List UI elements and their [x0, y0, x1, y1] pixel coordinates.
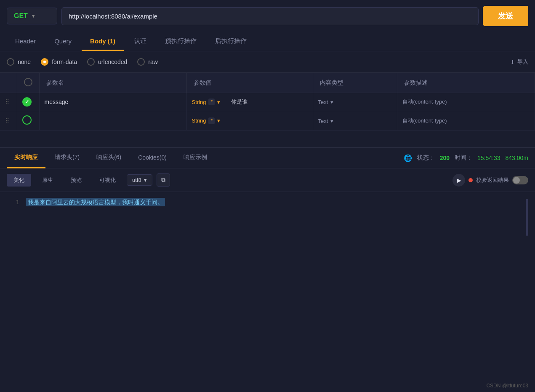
check-circle-2[interactable]	[22, 115, 32, 125]
radio-raw[interactable]: raw	[137, 58, 158, 66]
type-value-1: String	[192, 99, 206, 105]
encoding-chevron-icon: ▾	[144, 177, 147, 183]
response-highlighted: 我是来自阿里云的大规模语言模型，我叫通义千问。	[26, 198, 165, 206]
auto-content-1: 自动(content-type)	[402, 99, 447, 105]
table-row: ⠿ String * ▾ Text ▾	[0, 111, 535, 131]
tab-request-headers[interactable]: 请求头(7)	[47, 148, 87, 168]
download-icon: ⬇	[510, 59, 515, 65]
radio-raw-circle	[137, 58, 145, 66]
check-cell-2[interactable]	[17, 111, 39, 131]
response-section: 实时响应 请求头(7) 响应头(6) Cookies(0) 响应示例 🌐 状态：…	[0, 147, 535, 243]
drag-icon-2: ⠿	[5, 117, 9, 124]
th-check-circle[interactable]	[24, 78, 32, 86]
content-type-dropdown-1[interactable]: ▾	[330, 99, 333, 105]
check-circle-1[interactable]	[22, 97, 32, 107]
content-type-value-2: Text	[318, 118, 328, 124]
param-name-1: message	[45, 99, 69, 105]
body-options: none form-data urlencoded raw ⬇ 导入	[0, 51, 535, 72]
th-value: 参数值	[186, 73, 313, 93]
th-drag	[0, 73, 17, 93]
content-type-cell-2: Text ▾	[313, 111, 397, 131]
auto-content-2: 自动(content-type)	[402, 117, 447, 124]
param-value-cell-1: String * ▾ 你是谁	[186, 93, 313, 111]
radio-none[interactable]: none	[7, 58, 31, 66]
tab-example[interactable]: 响应示例	[176, 148, 215, 168]
time-value: 15:54:33	[477, 155, 500, 161]
radio-raw-label: raw	[148, 59, 158, 65]
radio-form-data-label: form-data	[52, 59, 77, 65]
type-dropdown-2[interactable]: ▾	[217, 117, 220, 124]
view-visualize-btn[interactable]: 可视化	[93, 174, 122, 187]
param-name-cell-2[interactable]	[39, 111, 186, 131]
th-name: 参数名	[39, 73, 186, 93]
status-value: 200	[440, 155, 450, 161]
send-button[interactable]: 发送	[483, 6, 528, 26]
radio-none-label: none	[18, 59, 31, 65]
verify-label: 校验返回结果	[476, 176, 509, 184]
encoding-select[interactable]: utf8 ▾	[127, 174, 152, 186]
drag-icon-1: ⠿	[5, 99, 9, 105]
response-text: 我是来自阿里云的大规模语言模型，我叫通义千问。	[26, 199, 519, 236]
red-dot-indicator	[468, 178, 473, 182]
request-tabs-row: Header Query Body (1) 认证 预执行操作 后执行操作	[0, 32, 535, 51]
tab-response-headers[interactable]: 响应头(6)	[89, 148, 129, 168]
type-badge-2: String * ▾	[192, 117, 221, 124]
drag-handle-1[interactable]: ⠿	[0, 93, 17, 111]
tab-cookies[interactable]: Cookies(0)	[130, 148, 174, 168]
tab-header[interactable]: Header	[7, 32, 44, 51]
type-badge-1: String * ▾ 你是谁	[192, 98, 248, 106]
tab-auth[interactable]: 认证	[125, 32, 155, 51]
th-desc: 参数描述	[397, 73, 535, 93]
type-dropdown-1[interactable]: ▾	[217, 99, 220, 105]
method-chevron-icon: ▾	[32, 13, 35, 19]
tab-body[interactable]: Body (1)	[82, 32, 124, 51]
verify-toggle[interactable]	[512, 176, 528, 184]
drag-handle-2[interactable]: ⠿	[0, 111, 17, 131]
copy-icon: ⧉	[161, 176, 165, 183]
footer-credit: CSDN @ltfuture03	[486, 383, 528, 389]
content-type-cell-1: Text ▾	[313, 93, 397, 111]
table-header-row: 参数名 参数值 内容类型 参数描述	[0, 73, 535, 93]
param-value-1: 你是谁	[231, 98, 248, 106]
line-number-1: 1	[16, 199, 19, 205]
tab-query[interactable]: Query	[46, 32, 80, 51]
text-type-2: Text ▾	[318, 118, 334, 124]
radio-form-data[interactable]: form-data	[41, 58, 77, 66]
line-numbers: 1	[7, 199, 19, 236]
param-name-cell-1[interactable]: message	[39, 93, 186, 111]
desc-cell-1: 自动(content-type)	[397, 93, 535, 111]
run-icon: ▶	[457, 177, 461, 184]
desc-cell-2: 自动(content-type)	[397, 111, 535, 131]
view-preview-btn[interactable]: 预览	[64, 174, 88, 187]
params-table: 参数名 参数值 内容类型 参数描述 ⠿ message String * ▾	[0, 72, 535, 131]
view-beautify-btn[interactable]: 美化	[7, 174, 31, 187]
content-type-value-1: Text	[318, 99, 328, 105]
method-select[interactable]: GET ▾	[7, 8, 57, 24]
scrollbar[interactable]	[526, 199, 528, 236]
content-type-dropdown-2[interactable]: ▾	[330, 118, 333, 124]
radio-urlencoded[interactable]: urlencoded	[87, 58, 127, 66]
tab-post[interactable]: 后执行操作	[207, 32, 255, 51]
copy-button[interactable]: ⧉	[157, 173, 170, 187]
encoding-value: utf8	[132, 177, 141, 183]
response-tabs-row: 实时响应 请求头(7) 响应头(6) Cookies(0) 响应示例 🌐 状态：…	[0, 148, 535, 168]
status-info: 🌐 状态： 200 时间： 15:54:33 843.00m	[404, 154, 528, 162]
tab-realtime[interactable]: 实时响应	[7, 148, 45, 168]
view-raw-btn[interactable]: 原生	[35, 174, 60, 187]
import-button[interactable]: ⬇ 导入	[510, 58, 528, 66]
th-type: 内容类型	[313, 73, 397, 93]
url-input[interactable]	[61, 7, 479, 25]
globe-icon: 🌐	[404, 154, 412, 162]
import-label: 导入	[517, 58, 528, 66]
radio-urlencoded-circle	[87, 58, 95, 66]
time-label: 时间：	[455, 154, 472, 162]
required-badge-2: *	[208, 117, 215, 124]
size-value: 843.00m	[506, 155, 528, 161]
tab-pre[interactable]: 预执行操作	[157, 32, 205, 51]
radio-form-data-circle	[41, 58, 48, 66]
check-cell-1[interactable]	[17, 93, 39, 111]
response-toolbar: 美化 原生 预览 可视化 utf8 ▾ ⧉ ▶ 校验返回结果	[0, 168, 535, 192]
run-button[interactable]: ▶	[452, 174, 465, 187]
text-type-1: Text ▾	[318, 99, 334, 105]
table-row: ⠿ message String * ▾ 你是谁 Text ▾	[0, 93, 535, 111]
